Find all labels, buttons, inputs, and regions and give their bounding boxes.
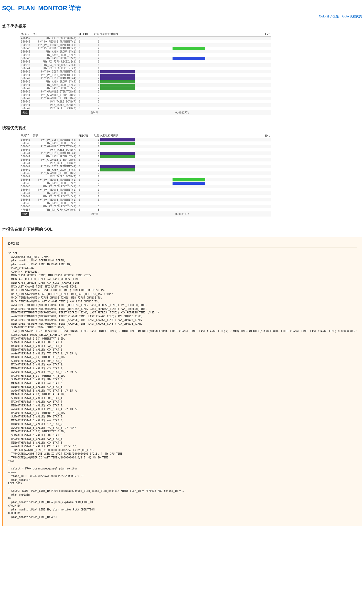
table-row: 360541PHY_GRANULE_ITERATOR(6)02 [20,93,271,97]
table-row: 360542PHY_TABLE_SCAN(7)02 [20,107,271,110]
title-link[interactable]: SQL_PLAN_MONITOR 详情 [2,5,81,12]
section-thread-first: 线程优先视图 [2,125,362,131]
nav-links: Goto 算子优先 Goto 线程优先 [2,14,362,19]
table-row: 360540PHY_GRANULE_ITERATOR(6)02 [20,90,271,93]
table-row: 360540PHY_PX_DIST_TRANSMIT(4)01 [20,138,271,142]
goto-thread-link[interactable]: Goto 线程优先 [342,15,362,18]
table-row: 360540PHY_HASH_GROUP_BY(5)01 [20,80,271,83]
table-row: 360545PHY_HASH_GROUP_BY(2)00 [20,201,271,205]
table-row: 360542PHY_PX_DIST_TRANSMIT(4)02 [20,165,271,168]
table-row: 360541PHY_TABLE_SCAN(7)02 [20,161,271,165]
table-row: 360541PHY_TABLE_SCAN(7)02 [20,103,271,107]
section-sql: 本报告在租户下使用的 SQL [2,227,362,232]
table-row: 360542PHY_HASH_GROUP_BY(5)02 [20,168,271,171]
table-row: 360540PHY_PX_DIST_TRANSMIT(4)01 [20,70,271,73]
table-row: 360545PHY_PX_REDUCE_TRANSMIT(1)00 [20,40,271,43]
table-row: 360543PHY_HASH_GROUP_BY(2)02 [20,57,271,60]
table-row: 360543PHY_PX_REDUCE_TRANSMIT(1)02 [20,178,271,181]
table-row: 360544PHY_PX_REDUCE_TRANSMIT(1)01 [20,188,271,191]
table-row: 360540PHY_TABLE_SCAN(7)02 [20,100,271,103]
table-row: 360545PHY_PX_REDUCE_TRANSMIT(1)00 [20,198,271,201]
table-row: 360540PHY_HASH_GROUP_BY(5)01 [20,141,271,145]
table-row: 470157PHY_PX_FIFO_COORD(0)03 [20,208,271,211]
table-row: 360545PHY_PX_FIFO_RECEIVE(3)00 [20,205,271,208]
table-row: 360544PHY_PX_FIFO_RECEIVE(3)01 [20,195,271,198]
table-row: 360545PHY_PX_FIFO_RECEIVE(3)00 [20,60,271,63]
table-row: 360543PHY_HASH_GROUP_BY(2)02 [20,181,271,185]
table-row: 360540PHY_GRANULE_ITERATOR(6)02 [20,145,271,148]
chart-thread: 线程ID算子RESCAN吐行执行吐行时间线Ext360540PHY_PX_DIS… [20,133,362,217]
sql-box: DFO 级 select AVG(ROWS) EST_ROWS, /*0*/ p… [2,237,362,526]
chart-op: 线程ID算子RESCAN吐行执行吐行时间线Ext470157PHY_PX_FIF… [20,32,362,115]
goto-op-link[interactable]: Goto 算子优先 [319,15,339,18]
table-row: 360544PHY_HASH_GROUP_BY(2)01 [20,191,271,195]
table-row: 360542PHY_HASH_GROUP_BY(5)02 [20,87,271,90]
table-row: 360543PHY_PX_FIFO_RECEIVE(3)03 [20,63,271,67]
table-row: 360544PHY_PX_REDUCE_TRANSMIT(1)01 [20,43,271,47]
table-row: 360541PHY_PX_DIST_TRANSMIT(4)01 [20,151,271,155]
scale-button[interactable]: 缩放 [21,212,29,216]
table-row: 360541PHY_PX_DIST_TRANSMIT(4)01 [20,73,271,77]
page-title: SQL_PLAN_MONITOR 详情 [2,4,362,12]
table-row: 360542PHY_PX_DIST_TRANSMIT(4)02 [20,77,271,80]
table-row: 360542PHY_TABLE_SCAN(7)02 [20,175,271,178]
table-row: 360541PHY_HASH_GROUP_BY(5)01 [20,155,271,158]
scale-button[interactable]: 缩放 [21,110,29,115]
section-op-first: 算子优先视图 [2,24,362,29]
table-row: 360544PHY_HASH_GROUP_BY(2)01 [20,53,271,57]
table-row: 360541PHY_HASH_GROUP_BY(5)01 [20,83,271,87]
table-row: 360541PHY_GRANULE_ITERATOR(6)02 [20,158,271,161]
table-row: 360543PHY_PX_FIFO_RECEIVE(3)03 [20,185,271,188]
table-row: 360542PHY_GRANULE_ITERATOR(6)02 [20,97,271,100]
table-row: 360544PHY_PX_FIFO_RECEIVE(3)01 [20,67,271,70]
table-row: 360543PHY_PX_REDUCE_TRANSMIT(1)02 [20,47,271,50]
sql-subtitle: DFO 级 [8,241,357,248]
table-row: 360540PHY_TABLE_SCAN(7)02 [20,148,271,151]
table-row: 360545PHY_HASH_GROUP_BY(2)00 [20,50,271,53]
sql-body[interactable]: select AVG(ROWS) EST_ROWS, /*0*/ plan_mo… [8,251,357,522]
table-row: 470157PHY_PX_FIFO_COORD(0)03 [20,37,271,40]
table-row: 360542PHY_GRANULE_ITERATOR(6)02 [20,171,271,175]
